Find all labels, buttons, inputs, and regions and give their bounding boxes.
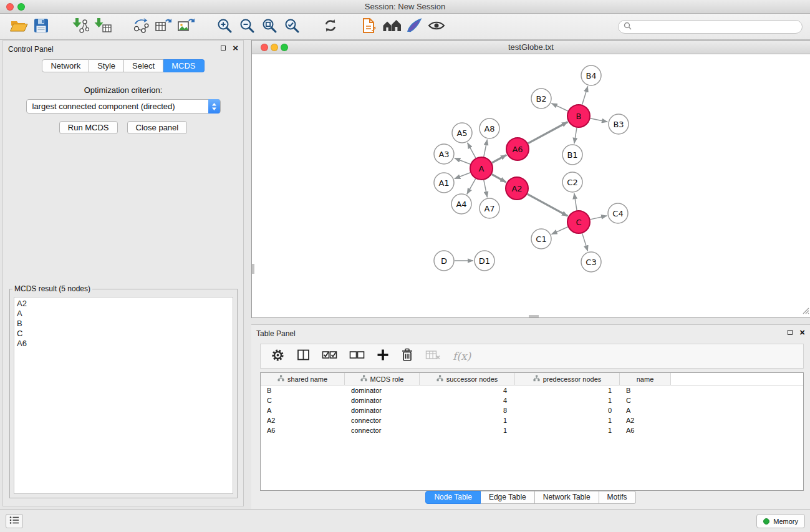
node-C3[interactable]: C3 (581, 252, 601, 272)
table-cell-shared_name[interactable]: A6 (261, 425, 345, 435)
import-network-button[interactable] (69, 16, 91, 37)
mcds-result-item[interactable]: A (14, 309, 233, 319)
mcds-result-item[interactable]: A2 (14, 299, 233, 309)
close-window-button[interactable] (6, 3, 14, 11)
network-canvas[interactable]: B4B2BB3A8A5A6A3B1AC2A1A2A4A7C4CC1C3DD1 (252, 54, 809, 317)
vertical-scroll-thumb[interactable] (252, 264, 254, 274)
node-B3[interactable]: B3 (609, 114, 629, 134)
edge-C-C4[interactable] (591, 216, 607, 220)
table-cell-predecessors[interactable]: 1 (515, 385, 620, 395)
zoom-fit-button[interactable] (258, 16, 281, 37)
node-A7[interactable]: A7 (480, 198, 499, 218)
table-cell-name[interactable]: B (620, 385, 671, 395)
edge-A2-C[interactable] (528, 194, 568, 216)
edge-A-A7[interactable] (484, 180, 488, 198)
node-A8[interactable]: A8 (480, 118, 499, 138)
show-hide-panel-button[interactable] (425, 16, 448, 37)
tab-network-table[interactable]: Network Table (535, 491, 599, 504)
edge-C-C1[interactable] (551, 227, 567, 235)
node-A2[interactable]: A2 (506, 177, 528, 200)
table-cell-shared_name[interactable]: A2 (261, 415, 345, 425)
edge-B-B1[interactable] (574, 128, 577, 143)
table-cell-name[interactable]: C (620, 395, 671, 405)
edge-A-A6[interactable] (492, 155, 507, 163)
edge-A-A5[interactable] (468, 143, 476, 158)
refresh-layout-button[interactable] (319, 16, 342, 37)
mcds-result-list[interactable]: A2ABCA6 (14, 297, 233, 494)
function-builder-button[interactable]: f(x) (453, 350, 471, 362)
edge-A-A3[interactable] (455, 158, 470, 164)
tab-edge-table[interactable]: Edge Table (481, 491, 535, 504)
column-header-mcds-role[interactable]: MCDS role (345, 373, 420, 385)
edge-A-A2[interactable] (492, 174, 506, 182)
table-cell-name[interactable]: A2 (620, 415, 671, 425)
edge-A-A1[interactable] (455, 173, 470, 179)
table-cell-predecessors[interactable]: 1 (515, 415, 620, 425)
table-cell-successors[interactable]: 4 (420, 385, 515, 395)
table-cell-mcds_role[interactable]: connector (345, 415, 420, 425)
table-cell-successors[interactable]: 8 (420, 405, 515, 415)
network-window-titlebar[interactable]: testGlobe.txt (252, 41, 810, 54)
node-A5[interactable]: A5 (452, 123, 472, 143)
table-cell-successors[interactable]: 1 (420, 425, 515, 435)
table-cell-successors[interactable]: 1 (420, 415, 515, 425)
apply-style-button[interactable] (403, 16, 425, 37)
import-table-button[interactable] (91, 16, 113, 37)
select-all-button[interactable] (322, 349, 337, 363)
table-cell-predecessors[interactable]: 0 (515, 405, 620, 415)
table-cell-shared_name[interactable]: C (261, 395, 345, 405)
zoom-out-button[interactable] (236, 16, 258, 37)
open-file-button[interactable] (7, 16, 30, 37)
mcds-result-item[interactable]: C (14, 329, 233, 339)
save-session-button[interactable] (30, 16, 52, 37)
unselect-all-button[interactable] (349, 349, 365, 363)
table-cell-name[interactable]: A (620, 405, 671, 415)
close-panel-icon[interactable]: × (233, 45, 238, 51)
edge-A6-B[interactable] (528, 122, 568, 143)
network-close-button[interactable] (261, 44, 268, 51)
zoom-window-button[interactable] (17, 3, 25, 11)
open-document-button[interactable] (358, 16, 380, 37)
export-image-button[interactable] (175, 16, 197, 37)
node-C2[interactable]: C2 (562, 172, 582, 192)
export-table-button[interactable] (152, 16, 175, 37)
table-cell-mcds_role[interactable]: dominator (345, 395, 420, 405)
horizontal-scroll-thumb[interactable] (529, 315, 539, 317)
mcds-result-item[interactable]: A6 (14, 339, 233, 349)
table-cell-name[interactable]: A6 (620, 425, 671, 435)
node-A1[interactable]: A1 (434, 173, 454, 193)
run-mcds-button[interactable]: Run MCDS (59, 121, 118, 134)
node-A3[interactable]: A3 (434, 144, 454, 164)
tab-network[interactable]: Network (42, 59, 89, 72)
column-header-successor-nodes[interactable]: successor nodes (420, 373, 515, 385)
zoom-in-button[interactable] (213, 16, 236, 37)
column-header-shared-name[interactable]: shared name (261, 373, 345, 385)
add-row-button[interactable] (377, 349, 389, 364)
network-from-selection-button[interactable] (130, 16, 152, 37)
delete-table-button[interactable] (425, 349, 441, 363)
network-minimize-button[interactable] (271, 44, 278, 51)
node-C1[interactable]: C1 (531, 229, 551, 249)
node-B2[interactable]: B2 (531, 89, 551, 109)
float-panel-icon[interactable] (221, 46, 226, 51)
edge-B-B3[interactable] (591, 118, 608, 122)
resize-grip-icon[interactable] (802, 306, 809, 317)
table-cell-predecessors[interactable]: 1 (515, 395, 620, 405)
edge-C-C3[interactable] (582, 233, 588, 251)
table-cell-shared_name[interactable]: B (261, 385, 345, 395)
task-history-button[interactable] (6, 514, 23, 528)
node-A4[interactable]: A4 (451, 194, 471, 214)
close-panel-button[interactable]: Close panel (127, 121, 188, 134)
network-zoom-button[interactable] (281, 44, 288, 51)
node-B[interactable]: B (567, 105, 590, 127)
mcds-result-item[interactable]: B (14, 319, 233, 329)
criterion-dropdown[interactable]: largest connected component (directed) (26, 99, 221, 114)
tab-style[interactable]: Style (89, 59, 124, 72)
delete-row-button[interactable] (401, 348, 413, 364)
node-A[interactable]: A (470, 157, 493, 180)
node-B4[interactable]: B4 (581, 65, 601, 85)
node-D[interactable]: D (434, 251, 454, 271)
edge-B-B2[interactable] (551, 104, 567, 111)
table-cell-mcds_role[interactable]: dominator (345, 385, 420, 395)
zoom-selected-button[interactable] (281, 16, 303, 37)
